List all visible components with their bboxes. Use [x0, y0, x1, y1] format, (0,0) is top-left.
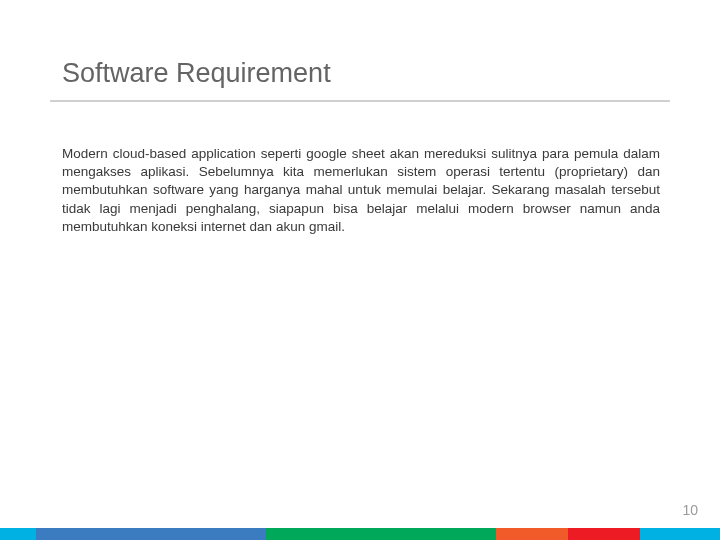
slide-body: Modern cloud-based application seperti g… [62, 145, 660, 236]
stripe-seg-3 [496, 528, 568, 540]
page-number: 10 [682, 502, 698, 518]
stripe-seg-2 [266, 528, 496, 540]
slide-title: Software Requirement [62, 58, 331, 89]
stripe-seg-5 [640, 528, 720, 540]
stripe-seg-4 [568, 528, 640, 540]
slide: Software Requirement Modern cloud-based … [0, 0, 720, 540]
stripe-seg-1 [36, 528, 266, 540]
footer-stripe [0, 528, 720, 540]
title-underline [50, 100, 670, 102]
stripe-seg-0 [0, 528, 36, 540]
